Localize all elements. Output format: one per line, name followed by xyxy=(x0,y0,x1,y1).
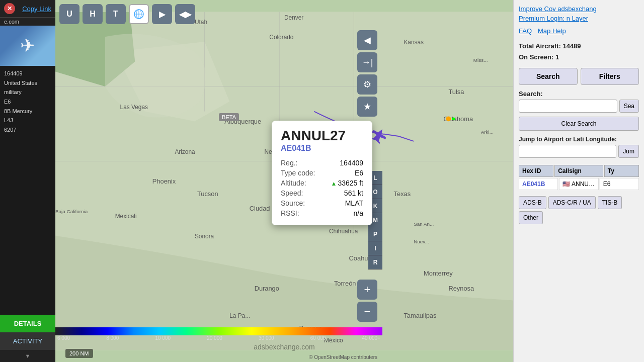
popup-alt-row: Altitude: ▲33625 ft xyxy=(281,178,363,188)
altitude-gradient xyxy=(55,327,382,335)
toggle-button[interactable]: ◀▶ xyxy=(175,4,195,24)
popup-speed-value: 561 kt xyxy=(344,189,363,197)
attribution-text: © OpenStreetMap contributers xyxy=(309,354,377,360)
alpha-r-button[interactable]: R xyxy=(368,255,382,269)
beta-badge: BETA xyxy=(219,113,239,121)
type-value: E6 xyxy=(4,97,51,107)
svg-text:Miss...: Miss... xyxy=(473,57,488,63)
left-panel-header: ✕ Copy Link xyxy=(0,0,55,18)
alpha-p-button[interactable]: P xyxy=(368,227,382,241)
search-label: Search: xyxy=(519,90,639,98)
popup-source-value: MLAT xyxy=(345,199,363,207)
table-row: AE041B 🇺🇸 ANNUL27 E6 xyxy=(519,178,639,190)
popup-rssi-row: RSSI: n/a xyxy=(281,208,363,218)
layers-button[interactable]: ★ xyxy=(357,97,377,117)
login-button[interactable]: →| xyxy=(357,52,377,72)
svg-text:Durango: Durango xyxy=(255,285,279,292)
watermark: adsbexchange.com xyxy=(254,343,314,351)
svg-text:San An...: San An... xyxy=(414,221,434,227)
left-panel-bottom-btns: DETAILS ACTIVITY ▼ xyxy=(0,315,55,362)
filters-button[interactable]: Filters xyxy=(581,68,639,85)
u-button[interactable]: U xyxy=(59,4,79,24)
svg-text:Tulsa: Tulsa xyxy=(448,88,464,96)
svg-text:La Pa...: La Pa... xyxy=(229,312,250,319)
search-input[interactable] xyxy=(519,100,617,113)
activity-button[interactable]: ACTIVITY xyxy=(0,332,55,350)
flag-icon: 🇺🇸 xyxy=(562,180,570,188)
svg-text:Tucson: Tucson xyxy=(197,190,218,198)
aircraft-popup: ANNUL27 AE041B Reg.: 164409 Type code: E… xyxy=(272,121,372,225)
popup-reg-row: Reg.: 164409 xyxy=(281,158,363,168)
svg-text:Chihuahua: Chihuahua xyxy=(329,228,358,235)
tisb-filter-button[interactable]: TIS-B xyxy=(598,196,622,209)
scroll-down-button[interactable]: ▼ xyxy=(0,350,55,362)
globe-button[interactable] xyxy=(129,4,149,24)
zoom-in-button[interactable]: + xyxy=(357,280,377,300)
popup-reg-value: 164409 xyxy=(340,159,363,167)
svg-text:Baja California: Baja California xyxy=(55,209,88,214)
plane-icon: ✈ xyxy=(20,35,35,56)
svg-point-38 xyxy=(446,116,451,121)
alpha-i-button[interactable]: I xyxy=(368,241,382,255)
collapse-left-button[interactable]: ◀ xyxy=(357,30,377,50)
alt-label-5: 30 000 xyxy=(259,335,274,341)
type-column-header[interactable]: Ty xyxy=(604,165,639,177)
table-header: Hex ID Callsign Ty xyxy=(519,165,639,177)
stats-panel: Total Aircraft: 14489 On Screen: 1 xyxy=(519,41,639,63)
svg-text:Arizona: Arizona xyxy=(175,148,195,155)
svg-text:Kansas: Kansas xyxy=(404,39,424,46)
popup-reg-label: Reg.: xyxy=(281,159,297,167)
type-cell: E6 xyxy=(600,178,639,190)
map-help-link[interactable]: Map Help xyxy=(538,27,566,35)
callsign-cell: ANNUL27 xyxy=(572,180,599,188)
zoom-out-button[interactable]: − xyxy=(357,302,377,322)
right-panel: Improve Cov adsbexchang Premium Login: n… xyxy=(513,0,644,362)
clear-search-button[interactable]: Clear Search xyxy=(519,117,639,131)
top-toolbar: U H T ▶ ◀▶ xyxy=(59,4,195,24)
search-button[interactable]: Search xyxy=(519,68,578,85)
adsb-filter-button[interactable]: ADS-B xyxy=(519,196,546,209)
popup-hex-id: AE041B xyxy=(281,144,363,153)
t-button[interactable]: T xyxy=(106,4,126,24)
svg-text:Colorado: Colorado xyxy=(269,34,294,41)
hex-id-cell[interactable]: AE041B xyxy=(519,178,558,190)
hex-id-column-header[interactable]: Hex ID xyxy=(519,165,553,177)
settings-button[interactable]: ⚙ xyxy=(357,74,377,95)
alt-label-1: 6 000 xyxy=(57,335,70,341)
map-area[interactable]: Utah Denver Colorado Kansas Miss... Tuls… xyxy=(55,0,513,362)
svg-text:Utah: Utah xyxy=(195,19,207,26)
search-input-row: Sea xyxy=(519,100,639,113)
svg-text:Mexicali: Mexicali xyxy=(115,213,137,220)
alt-number: 33625 ft xyxy=(338,179,363,187)
popup-speed-row: Speed: 561 kt xyxy=(281,188,363,198)
premium-login-link[interactable]: Premium Login: n Layer xyxy=(519,15,639,23)
jump-button[interactable]: Jum xyxy=(618,145,639,158)
svg-text:Nuev...: Nuev... xyxy=(414,239,429,244)
jump-input-row: Jum xyxy=(519,145,639,158)
search-go-button[interactable]: Sea xyxy=(619,100,639,113)
alt-label-6: 60 000 xyxy=(310,335,326,341)
popup-speed-label: Speed: xyxy=(281,189,303,197)
country-value: United States xyxy=(4,78,51,88)
close-button[interactable]: ✕ xyxy=(4,3,15,14)
svg-text:Arki...: Arki... xyxy=(481,129,494,135)
next-button[interactable]: ▶ xyxy=(152,4,172,24)
alt-arrow-icon: ▲ xyxy=(331,180,337,187)
copy-link-button[interactable]: Copy Link xyxy=(22,5,51,13)
adsc-filter-button[interactable]: ADS-C/R / UA xyxy=(548,196,596,209)
h-button[interactable]: H xyxy=(83,4,103,24)
squawk-value: L4J xyxy=(4,116,51,125)
improve-coverage-link[interactable]: Improve Cov adsbexchang xyxy=(519,5,639,14)
faq-link[interactable]: FAQ xyxy=(519,27,532,35)
on-screen-value: 1 xyxy=(555,53,559,61)
callsign-column-header[interactable]: Callsign xyxy=(554,165,603,177)
other-filter-button[interactable]: Other xyxy=(519,211,543,224)
total-aircraft-label: Total Aircraft: xyxy=(519,42,561,50)
attribution: © OpenStreetMap contributers xyxy=(309,354,377,360)
details-button[interactable]: DETAILS xyxy=(0,315,55,332)
search-filters-row: Search Filters xyxy=(519,68,639,85)
popup-alt-label: Altitude: xyxy=(281,179,306,187)
svg-text:Denver: Denver xyxy=(284,14,303,21)
flag-cell: 🇺🇸 ANNUL27 xyxy=(559,178,598,190)
jump-input[interactable] xyxy=(519,145,616,158)
